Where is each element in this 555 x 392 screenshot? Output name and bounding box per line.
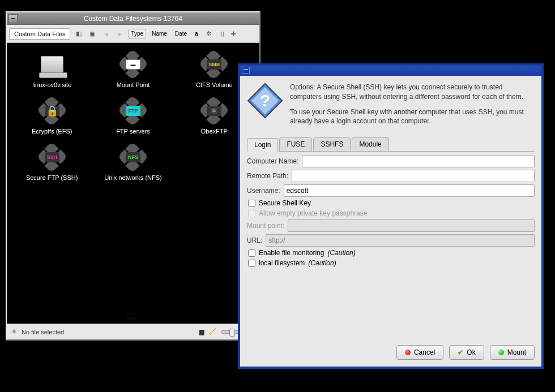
toolbar-date-button[interactable]: Date: [173, 29, 189, 38]
nfs-icon: NFS: [119, 144, 147, 171]
computer-name-input[interactable]: [302, 155, 535, 167]
ssh-icon: SSH: [39, 144, 66, 171]
green-dot-icon: [498, 350, 504, 355]
dialog-info: ? Options: A Secure Shell (SSH) key lets…: [247, 83, 535, 132]
username-label: Username:: [247, 187, 280, 195]
dialog-titlebar[interactable]: [240, 66, 541, 76]
fs-label: Unix networks (NFS): [104, 174, 161, 181]
toolbar-type-button[interactable]: Type: [128, 29, 146, 38]
toolbar-fwd-icon[interactable]: ►: [114, 29, 125, 39]
toolbar-icon-2[interactable]: ▣: [87, 29, 97, 39]
info-p1: Options: A Secure Shell (SSH) key lets y…: [290, 83, 535, 102]
check-icon: ✔: [458, 348, 463, 356]
url-label: URL:: [247, 236, 262, 244]
dialog-tabs: Login FUSE SSHFS Module: [247, 137, 535, 151]
toolbar-name-button[interactable]: Name: [150, 29, 169, 38]
mount-point-input: [288, 219, 535, 232]
enable-monitoring-label: Enable file monitoring: [259, 249, 324, 257]
main-window: Custom Data Filesystems-13764 Custom Dat…: [6, 11, 261, 341]
ok-button[interactable]: ✔Ok: [449, 345, 484, 360]
window-menu-icon[interactable]: [8, 14, 18, 23]
allow-empty-checkbox: [248, 210, 255, 217]
caution-2: (Caution): [308, 259, 336, 267]
allow-empty-label: Allow empty private key passphrase: [259, 209, 367, 217]
ssh-key-label: Secure Shell Key: [259, 199, 311, 207]
toolbar-back-icon[interactable]: ◄: [101, 29, 111, 39]
tab-login[interactable]: Login: [247, 138, 278, 152]
computer-icon: [39, 51, 66, 78]
mount-icon: ▬: [119, 51, 147, 78]
main-toolbar: Custom Data Files ◧ ▣ ◄ ► Type Name Date…: [7, 25, 259, 43]
tab-custom-data[interactable]: Custom Data Files: [9, 28, 70, 40]
enable-monitoring-checkbox[interactable]: [248, 249, 255, 257]
fs-item-computer[interactable]: linux-ov0v.site: [12, 49, 91, 91]
fs-label: CIFS Volume: [196, 81, 233, 88]
dialog-body: ? Options: A Secure Shell (SSH) key lets…: [240, 76, 541, 367]
fs-label: ObexFTP: [201, 128, 228, 135]
smb-icon: SMB: [200, 51, 228, 78]
tab-module[interactable]: Module: [352, 137, 388, 151]
sshfs-dialog: ? Options: A Secure Shell (SSH) key lets…: [238, 63, 544, 369]
fs-label: linux-ov0v.site: [32, 81, 71, 88]
toolbar-a-button[interactable]: a: [193, 29, 200, 38]
main-titlebar[interactable]: Custom Data Filesystems-13764: [7, 12, 259, 25]
remote-path-input[interactable]: [292, 170, 535, 182]
main-title: Custom Data Filesystems-13764: [84, 15, 182, 23]
local-fs-label: local filesystem: [259, 259, 305, 267]
cancel-button[interactable]: Cancel: [396, 345, 443, 360]
ssh-key-checkbox[interactable]: [248, 200, 255, 207]
fs-item-ftp[interactable]: FTP FTP servers: [93, 95, 172, 137]
ftp-icon: FTP: [119, 97, 147, 124]
remote-path-label: Remote Path:: [247, 172, 288, 180]
username-input[interactable]: [284, 184, 535, 197]
status-terminal-icon[interactable]: ▆: [199, 328, 204, 335]
tab-sshfs[interactable]: SSHFS: [313, 137, 351, 151]
question-icon: ?: [247, 83, 283, 119]
filesystem-grid: linux-ov0v.site ▬ Mount Point SMB CIFS V…: [7, 43, 259, 324]
local-fs-checkbox[interactable]: [248, 260, 255, 267]
status-bar: ⚛ No file selected ▆ 🧹: [7, 324, 259, 339]
fs-label: Ecryptfs (EFS): [32, 128, 72, 135]
caution-1: (Caution): [327, 249, 355, 257]
computer-name-label: Computer Name:: [247, 157, 298, 165]
dialog-info-text: Options: A Secure Shell (SSH) key lets y…: [290, 83, 535, 132]
info-p2: To use your Secure Shell key with anothe…: [290, 107, 535, 127]
atom-icon: ⚛: [11, 328, 17, 335]
status-broom-icon[interactable]: 🧹: [208, 328, 216, 335]
fs-item-sftp[interactable]: SSH Secure FTP (SSH): [12, 141, 91, 183]
toolbar-add-button[interactable]: +: [231, 29, 236, 39]
red-dot-icon: [405, 350, 411, 355]
mount-button[interactable]: Mount: [490, 345, 535, 360]
toolbar-doc-icon[interactable]: ▯: [217, 29, 228, 39]
fs-item-nfs[interactable]: NFS Unix networks (NFS): [93, 141, 172, 183]
url-input: [266, 234, 535, 247]
fs-label: FTP servers: [116, 128, 150, 135]
tab-fuse[interactable]: FUSE: [279, 137, 312, 151]
dialog-buttons: Cancel ✔Ok Mount: [247, 339, 535, 360]
fs-label: Secure FTP (SSH): [26, 174, 78, 181]
fs-item-ecryptfs[interactable]: 🔒 Ecryptfs (EFS): [12, 95, 91, 137]
mount-point-label: Mount point:: [247, 222, 284, 230]
dialog-menu-icon[interactable]: [242, 67, 250, 74]
bluetooth-icon: ✶: [200, 97, 228, 124]
toolbar-icon-1[interactable]: ◧: [74, 29, 84, 39]
status-text: No file selected: [22, 329, 64, 335]
grip-handle[interactable]: ∙∙∙∙∙: [126, 315, 140, 321]
toolbar-dots-icon[interactable]: ✲: [204, 29, 214, 39]
login-panel: Computer Name: Remote Path: Username: Se…: [247, 151, 535, 339]
fs-label: Mount Point: [117, 81, 150, 88]
lock-icon: 🔒: [39, 97, 66, 124]
fs-item-mount[interactable]: ▬ Mount Point: [93, 49, 172, 91]
svg-text:?: ?: [260, 91, 270, 110]
